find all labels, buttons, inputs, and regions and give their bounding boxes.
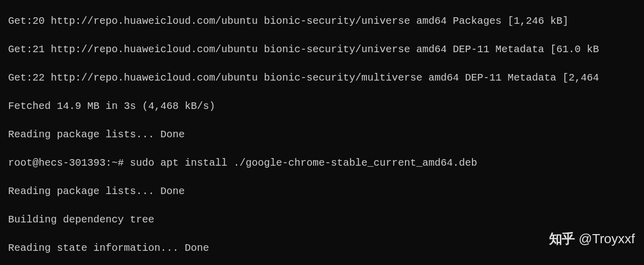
zhihu-logo-icon: 知乎 <box>549 230 574 248</box>
terminal-line: root@hecs-301393:~# sudo apt install ./g… <box>8 156 636 170</box>
terminal-line: Building dependency tree <box>8 213 636 227</box>
terminal-line: Get:21 http://repo.huaweicloud.com/ubunt… <box>8 43 636 57</box>
terminal-line: Get:22 http://repo.huaweicloud.com/ubunt… <box>8 71 636 85</box>
terminal-line: Fetched 14.9 MB in 3s (4,468 kB/s) <box>8 99 636 113</box>
terminal-line: Reading package lists... Done <box>8 184 636 199</box>
terminal-line: Reading state information... Done <box>8 241 636 255</box>
terminal-line: Get:20 http://repo.huaweicloud.com/ubunt… <box>8 14 636 28</box>
terminal-output[interactable]: Get:20 http://repo.huaweicloud.com/ubunt… <box>8 0 636 265</box>
terminal-line: Reading package lists... Done <box>8 128 636 142</box>
watermark: 知乎 @Troyxxf <box>549 230 635 248</box>
watermark-author: @Troyxxf <box>579 230 635 248</box>
